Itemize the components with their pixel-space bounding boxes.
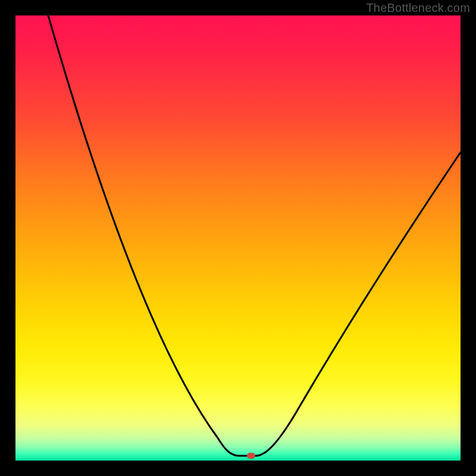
- chart-frame: TheBottleneck.com: [0, 0, 476, 476]
- watermark-text: TheBottleneck.com: [366, 1, 470, 15]
- curve-path: [48, 15, 461, 456]
- plot-area: [15, 15, 461, 461]
- optimal-point-marker: [247, 453, 255, 459]
- bottleneck-curve: [15, 15, 461, 461]
